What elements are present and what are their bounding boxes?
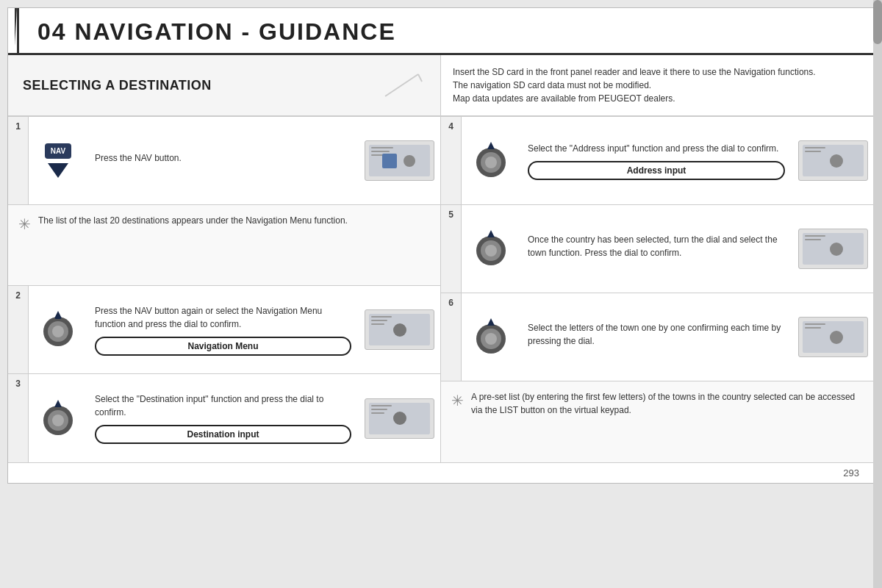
info-star-icon: ✳ <box>18 215 31 233</box>
step-6-icon <box>462 293 520 381</box>
page-number: 293 <box>8 462 874 483</box>
step-4: 4 Select the "Address input" function an… <box>441 117 874 205</box>
step-2-image <box>359 286 440 373</box>
step-4-image <box>792 117 874 204</box>
device-mockup-2 <box>365 309 434 350</box>
step-6-text: Select the letters of the town one by on… <box>528 321 785 348</box>
device-mockup-5 <box>798 229 868 269</box>
step-6: 6 Select the letters of the town one by … <box>441 293 874 381</box>
step-1-content: Press the NAV button. <box>87 117 359 204</box>
section-title: SELECTING A DESTINATION <box>23 78 381 93</box>
step-1: 1 NAV Press the NAV button. <box>8 117 440 205</box>
scrollbar[interactable] <box>873 0 882 588</box>
nav-menu-label: Navigation Menu <box>95 337 351 356</box>
step-2-icon <box>29 286 87 373</box>
step-3-content: Select the "Destination input" function … <box>87 374 359 462</box>
page-title: 04 NAVIGATION - GUIDANCE <box>30 18 396 46</box>
step-1-image <box>359 117 440 204</box>
svg-marker-10 <box>54 400 62 407</box>
arrow-down-icon <box>48 163 68 178</box>
device-mockup-1 <box>365 140 434 181</box>
step-5-icon <box>462 205 520 293</box>
main-content: 1 NAV Press the NAV button. <box>8 116 874 462</box>
dial-icon-3 <box>38 398 79 439</box>
step-1-text: Press the NAV button. <box>95 151 351 165</box>
svg-point-17 <box>485 245 497 257</box>
svg-point-21 <box>485 333 497 345</box>
dial-icon-5 <box>471 229 512 269</box>
step-3-text: Select the "Destination input" function … <box>95 392 351 419</box>
step-2: 2 Press the NAV button again or select t… <box>8 286 440 374</box>
scrollbar-thumb[interactable] <box>873 0 882 44</box>
step-4-content: Select the "Address input" function and … <box>520 117 792 204</box>
info-2-text: A pre-set list (by entering the first fe… <box>471 390 864 417</box>
step-5-content: Once the country has been selected, turn… <box>520 205 792 293</box>
info-1-paragraph: The list of the last 20 destinations app… <box>38 214 348 227</box>
nav-button-icon: NAV <box>45 143 71 159</box>
step-1-icon: NAV <box>29 117 87 204</box>
dial-icon-4 <box>471 140 512 181</box>
right-column: 4 Select the "Address input" function an… <box>441 117 874 462</box>
address-input-label: Address input <box>528 161 785 180</box>
step-4-text: Select the "Address input" function and … <box>528 142 785 155</box>
device-mockup-3 <box>365 398 434 439</box>
device-mockup-4 <box>798 140 868 181</box>
step-6-image <box>792 293 874 381</box>
step-6-content: Select the letters of the town one by on… <box>520 293 792 381</box>
page: 04 NAVIGATION - GUIDANCE SELECTING A DES… <box>7 7 875 484</box>
svg-marker-14 <box>487 142 495 149</box>
step-number-4: 4 <box>441 117 462 204</box>
step-number-6: 6 <box>441 293 462 381</box>
intro-text-area: Insert the SD card in the front panel re… <box>441 55 874 115</box>
arrow-decoration-icon <box>381 71 426 100</box>
step-3-icon <box>29 374 87 462</box>
intro-section: SELECTING A DESTINATION Insert the SD ca… <box>8 55 874 116</box>
intro-line-3: Map data updates are available from PEUG… <box>453 92 862 105</box>
step-3: 3 Select the "Destination input" functio… <box>8 374 440 462</box>
step-number-1: 1 <box>8 117 29 204</box>
device-mockup-6 <box>798 317 868 357</box>
destination-input-label: Destination input <box>95 425 351 444</box>
step-3-image <box>359 374 440 462</box>
svg-marker-22 <box>487 318 495 326</box>
intro-line-1: Insert the SD card in the front panel re… <box>453 65 862 79</box>
info-cell-1: ✳ The list of the last 20 destinations a… <box>8 205 440 286</box>
svg-line-1 <box>418 74 422 82</box>
step-number-2: 2 <box>8 286 29 373</box>
step-5-image <box>792 205 874 293</box>
svg-marker-18 <box>487 230 495 237</box>
step-2-content: Press the NAV button again or select the… <box>87 286 359 373</box>
info-star-icon-2: ✳ <box>451 392 464 409</box>
svg-point-4 <box>52 326 64 337</box>
step-5-text: Once the country has been selected, turn… <box>528 233 785 259</box>
section-title-area: SELECTING A DESTINATION <box>8 55 441 115</box>
svg-point-9 <box>52 415 64 426</box>
svg-line-0 <box>385 74 418 96</box>
left-column: 1 NAV Press the NAV button. <box>8 117 441 462</box>
dial-icon-6 <box>471 317 512 357</box>
step-2-text: Press the NAV button again or select the… <box>95 304 351 331</box>
step-4-icon <box>462 117 520 204</box>
dial-icon-2 <box>38 309 79 350</box>
svg-point-13 <box>485 157 497 168</box>
step-number-5: 5 <box>441 205 462 293</box>
info-cell-2: ✳ A pre-set list (by entering the first … <box>441 381 874 462</box>
info-2-paragraph: A pre-set list (by entering the first fe… <box>471 390 864 417</box>
page-header: 04 NAVIGATION - GUIDANCE <box>8 8 874 55</box>
step-number-3: 3 <box>8 374 29 462</box>
intro-line-2: The navigation SD card data must not be … <box>453 79 862 92</box>
info-1-text: The list of the last 20 destinations app… <box>38 214 348 227</box>
step-5: 5 Once the country has been selected, tu… <box>441 205 874 293</box>
